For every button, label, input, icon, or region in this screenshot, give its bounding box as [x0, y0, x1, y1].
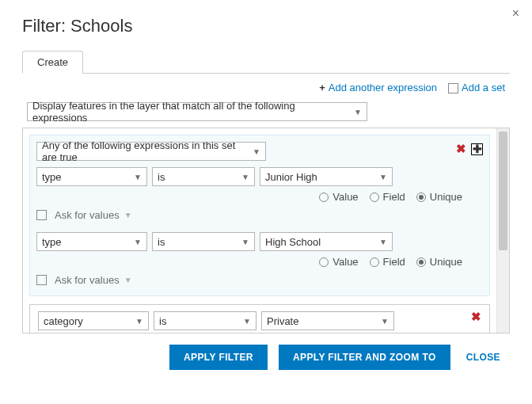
- checkbox-icon: [36, 275, 47, 285]
- chevron-down-icon: ▼: [246, 147, 260, 156]
- add-expression-link[interactable]: +Add another expression: [319, 82, 437, 93]
- radio-value[interactable]: Value: [319, 256, 358, 268]
- value-select[interactable]: High School▼: [260, 232, 393, 251]
- radio-value[interactable]: Value: [319, 191, 358, 203]
- radio-field[interactable]: Field: [370, 256, 405, 268]
- radio-unique[interactable]: Unique: [416, 256, 462, 268]
- add-to-set-icon[interactable]: ✚: [471, 143, 483, 155]
- checkbox-icon: [448, 83, 458, 93]
- chevron-down-icon: ▼: [124, 276, 132, 284]
- expression-row: type▼ is▼ High School▼ Value Field Uniqu…: [36, 232, 483, 289]
- value-select[interactable]: Private▼: [261, 311, 394, 330]
- add-set-link[interactable]: Add a set: [448, 82, 505, 93]
- field-select[interactable]: category▼: [38, 311, 149, 330]
- value-type-radios: Value Field Unique: [36, 256, 483, 268]
- expressions-body: Any of the following expressions in this…: [22, 128, 510, 333]
- tab-create[interactable]: Create: [22, 51, 83, 74]
- delete-set-icon[interactable]: ✖: [456, 142, 466, 156]
- chevron-down-icon: ▼: [124, 211, 132, 219]
- value-type-radios: Value Field Unique: [36, 191, 483, 203]
- plus-icon: +: [319, 82, 325, 93]
- ask-for-values[interactable]: Ask for values ▼: [36, 208, 483, 224]
- dialog-title: Filter: Schools: [22, 16, 510, 36]
- filter-dialog: × Filter: Schools Create +Add another ex…: [0, 0, 532, 384]
- close-button[interactable]: CLOSE: [462, 345, 505, 370]
- chevron-down-icon: ▼: [348, 108, 362, 116]
- expression-row: type▼ is▼ Junior High▼ Value Field Uniqu…: [36, 167, 483, 224]
- expression-toolbar: +Add another expression Add a set: [22, 74, 510, 100]
- scrollbar[interactable]: [496, 128, 509, 333]
- value-select[interactable]: Junior High▼: [260, 167, 393, 186]
- apply-filter-button[interactable]: APPLY FILTER: [169, 345, 268, 370]
- field-select[interactable]: type▼: [36, 167, 147, 186]
- radio-unique[interactable]: Unique: [416, 191, 462, 203]
- delete-expression-icon[interactable]: ✖: [471, 310, 481, 324]
- expressions-scroll: Any of the following expressions in this…: [23, 128, 496, 333]
- checkbox-icon: [36, 210, 47, 220]
- scrollbar-thumb[interactable]: [499, 131, 507, 250]
- operator-select[interactable]: is▼: [154, 311, 256, 330]
- match-mode-select[interactable]: Display features in the layer that match…: [27, 102, 367, 121]
- expression-row: ✖ category▼ is▼ Private▼ Value Field Uni…: [29, 304, 490, 333]
- apply-filter-zoom-button[interactable]: APPLY FILTER AND ZOOM TO: [279, 345, 450, 370]
- ask-for-values[interactable]: Ask for values ▼: [36, 273, 483, 289]
- set-mode-select[interactable]: Any of the following expressions in this…: [36, 142, 266, 161]
- close-icon[interactable]: ×: [512, 6, 519, 21]
- match-mode-label: Display features in the layer that match…: [32, 100, 348, 124]
- tabstrip: Create: [22, 51, 510, 74]
- operator-select[interactable]: is▼: [152, 232, 255, 251]
- expression-set: Any of the following expressions in this…: [29, 135, 490, 296]
- field-select[interactable]: type▼: [36, 232, 147, 251]
- radio-field[interactable]: Field: [370, 191, 405, 203]
- operator-select[interactable]: is▼: [152, 167, 255, 186]
- dialog-footer: APPLY FILTER APPLY FILTER AND ZOOM TO CL…: [22, 333, 510, 375]
